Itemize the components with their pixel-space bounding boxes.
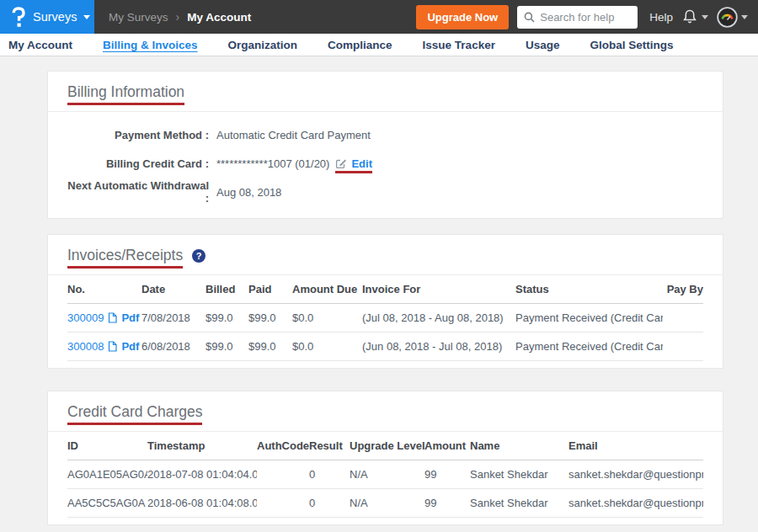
chevron-down-icon — [702, 15, 708, 19]
invoice-pdf-link[interactable]: Pdf — [121, 340, 139, 353]
pdf-icon[interactable] — [108, 312, 117, 323]
invoices-table: No. Date Billed Paid Amount Due Invoice … — [67, 275, 703, 361]
invoice-pdf-link[interactable]: Pdf — [121, 311, 139, 324]
charge-result: 0 — [309, 460, 350, 489]
breadcrumb: My Surveys › My Account — [109, 10, 251, 24]
charges-table-wrap: ID Timestamp AuthCode Result Upgrade Lev… — [48, 432, 723, 524]
notifications-menu[interactable] — [681, 8, 708, 25]
invoice-status: Payment Received (Credit Card) — [515, 332, 663, 361]
help-search[interactable] — [517, 6, 638, 29]
charge-id: AG0A1E05AG0A — [67, 460, 147, 489]
invoice-number-link[interactable]: 300009 — [67, 311, 104, 324]
col-date: Date — [141, 275, 206, 304]
edit-credit-card-action[interactable]: Edit — [335, 157, 372, 170]
billing-credit-card-value: ************1007 (01/20) — [216, 157, 329, 170]
invoice-date: 7/08/2018 — [141, 304, 206, 332]
breadcrumb-separator-icon: › — [176, 10, 180, 24]
charge-amount: 99 — [424, 460, 470, 489]
invoices-receipts-header: Invoices/Receipts ? — [48, 235, 723, 275]
invoice-number-link[interactable]: 300008 — [67, 340, 104, 353]
invoice-pay-by — [663, 304, 703, 332]
col-amount: Amount — [424, 432, 470, 460]
col-authcode: AuthCode — [257, 432, 309, 460]
breadcrumb-my-account: My Account — [187, 11, 251, 24]
next-withdrawal-label: Next Automatic Withdrawal : — [67, 179, 209, 205]
col-status: Status — [515, 275, 663, 304]
payment-method-label: Payment Method : — [67, 129, 209, 141]
billing-information-header: Billing Information — [48, 72, 723, 112]
product-switcher[interactable]: Surveys — [0, 0, 94, 34]
tab-usage[interactable]: Usage — [526, 39, 560, 51]
tab-billing-invoices[interactable]: Billing & Invoices — [103, 39, 198, 51]
tab-organization[interactable]: Organization — [228, 39, 298, 51]
search-input[interactable] — [540, 11, 631, 24]
charge-name: Sanket Shekdar — [470, 460, 568, 489]
col-paid: Paid — [248, 275, 292, 304]
charge-authcode — [257, 489, 309, 518]
billing-information-section: Billing Information Payment Method : Aut… — [48, 72, 723, 218]
col-amount-due: Amount Due — [292, 275, 362, 304]
credit-card-charges-section: Credit Card Charges ID Timestamp AuthCod… — [48, 391, 723, 524]
credit-card-charges-title: Credit Card Charges — [67, 402, 202, 421]
invoice-row: 300008 Pdf 6/08/2018 $99.0 $99.0 $0.0 (J… — [67, 332, 703, 361]
edit-icon — [335, 157, 347, 169]
top-header-bar: Surveys My Surveys › My Account Upgrade … — [0, 0, 758, 34]
charge-amount: 99 — [424, 489, 470, 518]
avatar — [717, 7, 738, 28]
help-menu[interactable]: Help — [649, 11, 673, 24]
invoice-amount-due: $0.0 — [292, 304, 362, 332]
billing-credit-card-label: Billing Credit Card : — [67, 157, 209, 170]
invoice-paid: $99.0 — [248, 304, 292, 332]
charge-timestamp: 2018-07-08 01:04:04.0 — [147, 460, 257, 489]
invoice-status: Payment Received (Credit Card) — [515, 304, 663, 332]
billing-credit-card-row: Billing Credit Card : ************1007 (… — [67, 149, 703, 178]
page-content: Billing Information Payment Method : Aut… — [0, 56, 758, 524]
tab-compliance[interactable]: Compliance — [328, 39, 392, 51]
invoice-for: (Jun 08, 2018 - Jul 08, 2018) — [362, 332, 515, 361]
invoice-paid: $99.0 — [248, 332, 292, 361]
pdf-icon[interactable] — [108, 341, 117, 352]
product-menu-label: Surveys — [33, 10, 77, 24]
invoice-date: 6/08/2018 — [141, 332, 206, 361]
chevron-down-icon — [83, 15, 90, 19]
col-no: No. — [67, 275, 141, 304]
invoice-billed: $99.0 — [206, 332, 248, 361]
invoice-billed: $99.0 — [206, 304, 248, 332]
bell-icon — [681, 8, 698, 25]
payment-method-row: Payment Method : Automatic Credit Card P… — [67, 120, 703, 149]
breadcrumb-my-surveys[interactable]: My Surveys — [109, 11, 168, 24]
edit-link[interactable]: Edit — [351, 157, 372, 170]
invoices-table-wrap: No. Date Billed Paid Amount Due Invoice … — [48, 275, 723, 368]
col-pay-by: Pay By — [663, 275, 703, 304]
payment-method-value: Automatic Credit Card Payment — [216, 129, 371, 141]
credit-card-charges-header: Credit Card Charges — [48, 391, 723, 432]
col-billed: Billed — [206, 275, 248, 304]
charge-email: sanket.shekdar@questionpro.com — [568, 460, 703, 489]
account-menu[interactable] — [717, 7, 748, 28]
charge-row: AG0A1E05AG0A 2018-07-08 01:04:04.0 0 N/A… — [67, 460, 703, 489]
col-email: Email — [568, 432, 703, 460]
tab-issue-tracker[interactable]: Issue Tracker — [423, 39, 495, 51]
col-name: Name — [470, 432, 568, 460]
invoice-row: 300009 Pdf 7/08/2018 $99.0 $99.0 $0.0 (J… — [67, 304, 703, 332]
charge-result: 0 — [309, 489, 350, 518]
help-icon[interactable]: ? — [192, 249, 206, 263]
charge-email: sanket.shekdar@questionpro.com — [568, 489, 703, 518]
charge-name: Sanket Shekdar — [470, 489, 568, 518]
invoices-header-row: No. Date Billed Paid Amount Due Invoice … — [67, 275, 703, 304]
charge-id: AA5C5C5AG0A — [67, 489, 147, 518]
next-withdrawal-value: Aug 08, 2018 — [216, 186, 281, 199]
col-upgrade-level: Upgrade Level — [350, 432, 424, 460]
charges-header-row: ID Timestamp AuthCode Result Upgrade Lev… — [67, 432, 703, 460]
upgrade-now-button[interactable]: Upgrade Now — [416, 5, 509, 29]
col-timestamp: Timestamp — [147, 432, 257, 460]
invoice-pay-by — [663, 332, 703, 361]
invoice-for: (Jul 08, 2018 - Aug 08, 2018) — [362, 304, 515, 332]
tab-global-settings[interactable]: Global Settings — [590, 39, 673, 51]
account-nav-tabs: My Account Billing & Invoices Organizati… — [0, 34, 758, 56]
invoices-receipts-section: Invoices/Receipts ? No. Date Billed Paid… — [48, 235, 723, 368]
tab-my-account[interactable]: My Account — [8, 39, 72, 51]
billing-information-title: Billing Information — [67, 82, 184, 101]
charge-upgrade-level: N/A — [350, 489, 424, 518]
billing-information-fields: Payment Method : Automatic Credit Card P… — [48, 112, 723, 218]
